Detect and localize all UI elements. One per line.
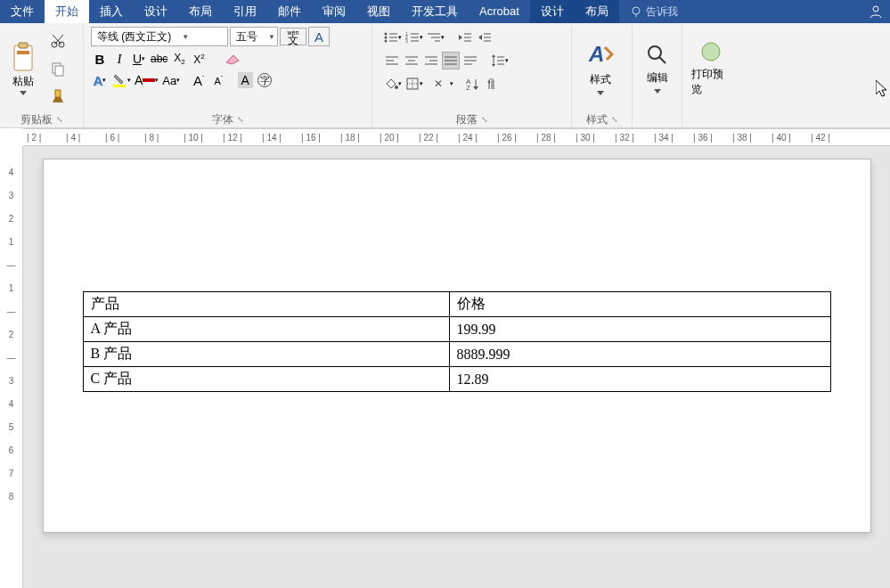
table-header-cell[interactable]: 价格 bbox=[449, 292, 830, 317]
svg-marker-56 bbox=[492, 54, 495, 57]
styles-label: 样式 bbox=[590, 72, 611, 87]
distribute-button[interactable] bbox=[461, 52, 479, 69]
svg-text:Z: Z bbox=[466, 84, 470, 91]
font-family-combo[interactable]: 等线 (西文正文)▼ bbox=[91, 27, 228, 46]
decrease-indent-button[interactable] bbox=[456, 29, 474, 46]
font-launcher[interactable]: ⤡ bbox=[237, 115, 244, 124]
bold-button[interactable]: B bbox=[91, 50, 109, 68]
document-table[interactable]: 产品 价格 A 产品 199.99 B 产品 8889.999 C 产品 12.… bbox=[83, 291, 831, 392]
tab-design[interactable]: 设计 bbox=[134, 0, 178, 23]
document-scroll[interactable]: 产品 价格 A 产品 199.99 B 产品 8889.999 C 产品 12.… bbox=[23, 146, 890, 588]
paragraph-launcher[interactable]: ⤡ bbox=[481, 115, 488, 124]
ruler-tick: | 20 | bbox=[380, 133, 419, 143]
align-center-button[interactable] bbox=[403, 52, 421, 69]
svg-marker-69 bbox=[473, 86, 478, 90]
align-left-button[interactable] bbox=[383, 52, 401, 69]
table-cell[interactable]: 199.99 bbox=[449, 317, 830, 342]
tab-refs[interactable]: 引用 bbox=[223, 0, 267, 23]
table-cell[interactable]: B 产品 bbox=[83, 342, 449, 367]
snap-button[interactable]: ✕▾ bbox=[433, 75, 454, 93]
tab-home[interactable]: 开始 bbox=[45, 0, 89, 23]
phonetic-guide-button[interactable]: wén文 bbox=[280, 28, 306, 45]
copy-button[interactable] bbox=[48, 59, 68, 78]
grow-font-button[interactable]: Aˆ bbox=[190, 71, 208, 89]
tab-table-design[interactable]: 设计 bbox=[530, 0, 575, 23]
document-page[interactable]: 产品 价格 A 产品 199.99 B 产品 8889.999 C 产品 12.… bbox=[43, 159, 871, 533]
print-preview-button[interactable]: 打印预览 bbox=[686, 25, 736, 111]
align-justify-button[interactable] bbox=[442, 52, 460, 69]
tab-dev[interactable]: 开发工具 bbox=[401, 0, 469, 23]
cut-button[interactable] bbox=[48, 31, 68, 51]
tab-acrobat[interactable]: Acrobat bbox=[469, 0, 530, 23]
multilevel-button[interactable]: ▾ bbox=[426, 29, 445, 46]
table-cell[interactable]: C 产品 bbox=[83, 367, 449, 392]
copy-icon bbox=[50, 61, 66, 77]
underline-button[interactable]: U▾ bbox=[130, 50, 148, 68]
paragraph-group-label: 段落 bbox=[456, 112, 478, 127]
numbering-button[interactable]: 123▾ bbox=[404, 29, 424, 46]
tab-table-layout[interactable]: 布局 bbox=[575, 0, 619, 23]
tab-file[interactable]: 文件 bbox=[0, 0, 45, 23]
svg-rect-16 bbox=[143, 78, 155, 82]
text-effects-button[interactable]: A▾ bbox=[91, 71, 109, 89]
user-button[interactable] bbox=[861, 4, 890, 19]
svg-point-21 bbox=[385, 40, 388, 43]
superscript-button[interactable]: X2 bbox=[190, 50, 208, 68]
format-painter-button[interactable] bbox=[48, 86, 68, 106]
bullets-button[interactable]: ▾ bbox=[383, 29, 403, 46]
table-row[interactable]: A 产品 199.99 bbox=[83, 317, 830, 342]
enclose-char-button[interactable]: 字 bbox=[256, 71, 274, 89]
strike-button[interactable]: abc bbox=[150, 50, 168, 68]
horizontal-ruler[interactable]: L | 2 || 4 || 6 || 8 || 10 || 12 || 14 |… bbox=[23, 128, 890, 146]
increase-indent-button[interactable] bbox=[476, 29, 494, 46]
table-cell[interactable]: 8889.999 bbox=[449, 342, 830, 367]
subscript-button[interactable]: X2 bbox=[170, 50, 188, 68]
svg-point-76 bbox=[702, 43, 720, 61]
paste-button[interactable]: 粘贴 bbox=[4, 25, 43, 111]
sort-icon: AZ bbox=[465, 77, 479, 91]
table-row[interactable]: B 产品 8889.999 bbox=[83, 342, 830, 367]
table-row[interactable]: C 产品 12.89 bbox=[83, 367, 830, 392]
table-cell[interactable]: A 产品 bbox=[83, 317, 449, 342]
tab-mail[interactable]: 邮件 bbox=[267, 0, 312, 23]
align-right-button[interactable] bbox=[422, 52, 440, 69]
char-border-button[interactable]: A bbox=[308, 27, 330, 46]
print-preview-label: 打印预览 bbox=[691, 67, 731, 97]
user-icon bbox=[869, 4, 883, 19]
svg-point-19 bbox=[385, 37, 388, 39]
edit-button[interactable]: 编辑 bbox=[636, 25, 678, 111]
clear-format-button[interactable] bbox=[222, 50, 241, 68]
tell-me[interactable]: 告诉我 bbox=[619, 4, 689, 20]
borders-button[interactable]: ▾ bbox=[404, 75, 424, 93]
clipboard-launcher[interactable]: ⤡ bbox=[56, 115, 63, 124]
table-header-cell[interactable]: 产品 bbox=[83, 292, 449, 317]
svg-point-73 bbox=[649, 46, 661, 59]
table-row[interactable]: 产品 价格 bbox=[83, 292, 830, 317]
shrink-font-button[interactable]: Aˇ bbox=[209, 71, 227, 89]
italic-button[interactable]: I bbox=[110, 50, 128, 68]
tab-review[interactable]: 审阅 bbox=[312, 0, 356, 23]
font-color-button[interactable]: A▾ bbox=[134, 71, 159, 89]
tab-view[interactable]: 视图 bbox=[356, 0, 401, 23]
styles-launcher[interactable]: ⤡ bbox=[611, 115, 618, 124]
vertical-ruler[interactable]: 4321—1—2—345678 bbox=[0, 146, 23, 588]
svg-marker-57 bbox=[492, 64, 495, 67]
ruler-tick: 3 bbox=[9, 376, 14, 396]
change-case-button[interactable]: Aa▾ bbox=[161, 71, 181, 89]
font-size-combo[interactable]: 五号▼ bbox=[230, 27, 278, 46]
shading-button[interactable]: ▾ bbox=[383, 75, 403, 93]
sort-button[interactable]: AZ bbox=[463, 75, 481, 93]
ruler-tick: | 18 | bbox=[340, 133, 380, 143]
tab-layout[interactable]: 布局 bbox=[178, 0, 223, 23]
ruler-tick: | 24 | bbox=[458, 133, 497, 143]
line-spacing-button[interactable]: ▾ bbox=[490, 52, 510, 69]
styles-group-label: 样式 bbox=[586, 112, 608, 127]
show-marks-button[interactable] bbox=[483, 75, 501, 93]
table-cell[interactable]: 12.89 bbox=[449, 367, 830, 392]
ruler-tick: — bbox=[7, 260, 16, 280]
char-shading-button[interactable]: A bbox=[236, 71, 254, 89]
font-size-value: 五号 bbox=[231, 29, 263, 45]
highlight-button[interactable]: ▾ bbox=[110, 71, 132, 89]
styles-button[interactable]: A 样式 bbox=[576, 25, 625, 111]
tab-insert[interactable]: 插入 bbox=[89, 0, 134, 23]
